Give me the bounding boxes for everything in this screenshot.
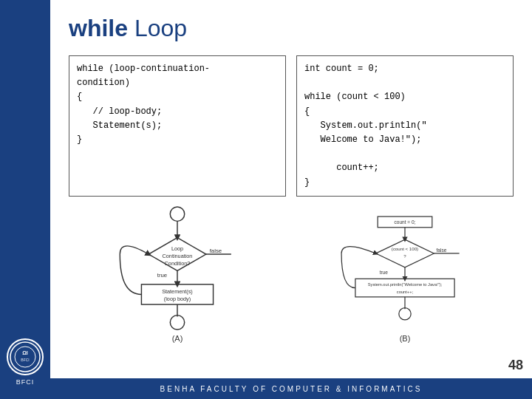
svg-text:System.out.println("Welcome to: System.out.println("Welcome to Java!"); (368, 282, 443, 287)
right-code-line-4: { (304, 105, 505, 119)
right-code-line-8: count++; (304, 161, 505, 175)
right-code-line-5: System.out.println(" (304, 119, 505, 133)
left-code-box: while (loop-continuation- condition) { /… (69, 55, 286, 197)
right-code-line-9: } (304, 176, 505, 190)
bottom-bar-text: Benha faculty of computer & Informatics (160, 385, 423, 393)
left-code-line-4: // loop-body; (77, 105, 278, 119)
title-while: while (69, 15, 128, 41)
logo: ΩΙ BFCI (7, 338, 44, 375)
svg-text:false: false (437, 248, 447, 253)
left-code-line-3: { (77, 90, 278, 104)
svg-text:(count < 100): (count < 100) (392, 246, 418, 251)
flowchart-a: Loop Continuation Condition? false true … (111, 205, 244, 331)
left-code-line-2: condition) (77, 76, 278, 90)
diagram-a-container: Loop Continuation Condition? false true … (69, 205, 286, 343)
bottom-bar: Benha faculty of computer & Informatics (50, 378, 532, 399)
right-code-line-3: while (count < 100) (304, 90, 505, 104)
main-content: while Loop while (loop-continuation- con… (50, 0, 532, 378)
svg-text:count++;: count++; (397, 290, 414, 294)
right-code-box: int count = 0; while (count < 100) { Sys… (296, 55, 514, 197)
svg-point-33 (399, 307, 411, 319)
svg-rect-29 (355, 279, 454, 297)
diagram-b-container: count = 0; (count < 100) ? false true Sy… (296, 205, 514, 343)
right-code-line-1: int count = 0; (304, 62, 505, 76)
left-sidebar: ΩΙ BFCI BFCI (0, 0, 50, 399)
page-title: while Loop (69, 15, 514, 42)
title-loop: Loop (128, 15, 187, 41)
svg-text:?: ? (403, 253, 406, 258)
code-boxes: while (loop-continuation- condition) { /… (69, 55, 514, 197)
svg-text:BFCI: BFCI (21, 358, 29, 362)
svg-text:Statement(s): Statement(s) (162, 287, 193, 294)
left-code-line-1: while (loop-continuation- (77, 62, 278, 76)
svg-text:(loop body): (loop body) (164, 296, 191, 302)
svg-text:Continuation: Continuation (163, 253, 193, 259)
svg-text:Condition?: Condition? (165, 259, 191, 266)
svg-text:true: true (157, 272, 167, 279)
svg-text:Loop: Loop (171, 245, 183, 252)
flowchart-b: count = 0; (count < 100) ? false true Sy… (338, 205, 471, 331)
svg-text:count = 0;: count = 0; (395, 219, 416, 225)
diagram-a-label: (A) (172, 334, 183, 343)
svg-point-4 (170, 207, 184, 221)
svg-point-18 (170, 315, 184, 329)
right-code-line-2 (304, 76, 505, 90)
diagrams-row: Loop Continuation Condition? false true … (69, 205, 514, 343)
page-number: 48 (508, 358, 523, 373)
svg-text:true: true (380, 269, 389, 274)
left-code-line-5: Statement(s); (77, 119, 278, 133)
right-code-line-7 (304, 147, 505, 161)
bfci-label: BFCI (16, 378, 35, 386)
svg-text:ΩΙ: ΩΙ (22, 350, 28, 355)
diagram-b-label: (B) (400, 334, 411, 343)
left-code-line-6: } (77, 133, 278, 147)
right-code-line-6: Welcome to Java!"); (304, 133, 505, 147)
svg-text:false: false (210, 248, 222, 254)
